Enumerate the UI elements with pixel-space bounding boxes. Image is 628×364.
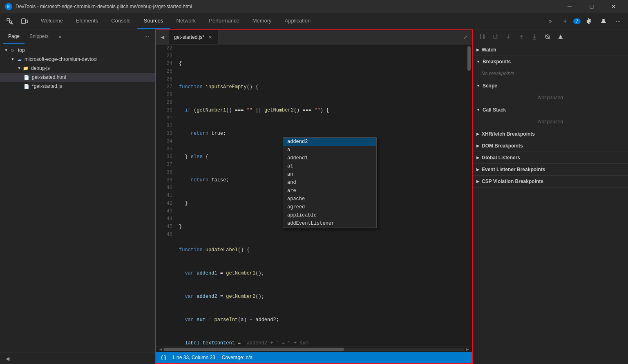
settings-icon[interactable] — [582, 15, 595, 28]
csp-violation-breakpoints-header[interactable]: ▶ CSP Violation Breakpoints — [473, 176, 628, 187]
resume-button[interactable] — [476, 31, 488, 42]
autocomplete-item-addend1[interactable]: addend1 — [283, 154, 376, 162]
cloud-folder-icon: ☁ — [16, 56, 23, 63]
horizontal-scrollbar[interactable]: ◀ ▶ — [156, 346, 472, 352]
sidebar-more-tabs-button[interactable]: » — [55, 32, 65, 42]
close-button[interactable]: ✕ — [604, 0, 623, 13]
dom-expand-arrow: ▶ — [476, 144, 479, 148]
more-tabs-button[interactable]: » — [544, 15, 557, 28]
global-listeners-expand-arrow: ▶ — [476, 156, 479, 160]
sidebar-menu-dots[interactable]: ⋯ — [142, 32, 152, 42]
autocomplete-item-an[interactable]: an — [283, 170, 376, 179]
file-icon-js: 📄 — [23, 83, 30, 90]
status-bar: { } Line 33, Column 23 Coverage: n/a — [156, 352, 472, 363]
scrollbar-track[interactable] — [163, 348, 465, 351]
tab-welcome[interactable]: Welcome — [34, 13, 69, 29]
scope-body: Not paused — [473, 92, 628, 104]
tab-memory[interactable]: Memory — [246, 13, 278, 29]
code-line-25: return true; — [179, 130, 463, 138]
notification-badge: 7 — [573, 18, 581, 24]
minimize-button[interactable]: ─ — [560, 0, 579, 13]
scrollbar-thumb[interactable] — [163, 348, 344, 351]
autocomplete-item-applicable[interactable]: applicable — [283, 211, 376, 219]
autocomplete-item-at[interactable]: at — [283, 162, 376, 170]
autocomplete-item-addeventlistener[interactable]: addEventListener — [283, 219, 376, 228]
scroll-right-arrow[interactable]: ▶ — [465, 346, 470, 352]
pause-on-exceptions-button[interactable] — [555, 31, 566, 42]
code-editor[interactable]: 22 23 24 25 26 27 28 29 30 31 32 33 34 3… — [156, 45, 472, 346]
editor-back-button[interactable]: ◀ — [156, 30, 169, 44]
svg-rect-6 — [480, 34, 481, 39]
tab-console[interactable]: Console — [105, 13, 137, 29]
global-listeners-header[interactable]: ▶ Global Listeners — [473, 152, 628, 163]
autocomplete-item-agreed[interactable]: agreed — [283, 203, 376, 211]
dom-breakpoints-header[interactable]: ▶ DOM Breakpoints — [473, 140, 628, 152]
sidebar-collapse-button[interactable]: ◀ — [3, 355, 11, 363]
autocomplete-item-are[interactable]: are — [283, 187, 376, 195]
breakpoints-label: Breakpoints — [483, 59, 511, 65]
global-listeners-label: Global Listeners — [482, 155, 520, 161]
status-coverage: Coverage: n/a — [222, 355, 253, 360]
code-line-33: var sum = parseInt(a) + addend2; — [179, 316, 463, 324]
main-content: Page Snippets » ⋯ ▼ ▷ top ▼ ☁ microsoft-… — [0, 29, 628, 364]
editor-jump-button[interactable]: ⤢ — [459, 30, 472, 44]
inspect-icon[interactable] — [3, 15, 16, 28]
tab-elements[interactable]: Elements — [69, 13, 105, 29]
editor-tab-close-button[interactable]: ✕ — [207, 34, 213, 40]
tree-item-top[interactable]: ▼ ▷ top — [0, 46, 155, 55]
scroll-left-arrow[interactable]: ◀ — [158, 346, 163, 352]
step-button[interactable] — [529, 31, 540, 42]
breakpoints-body: No breakpoints — [473, 67, 628, 80]
watch-header[interactable]: ▶ Watch — [473, 44, 628, 56]
tab-network[interactable]: Network — [170, 13, 203, 29]
dom-breakpoints-section: ▶ DOM Breakpoints — [473, 140, 628, 152]
tab-application[interactable]: Application — [278, 13, 317, 29]
scope-header[interactable]: ▼ Scope — [473, 80, 628, 92]
breakpoints-section: ▼ Breakpoints No breakpoints — [473, 56, 628, 80]
call-stack-header[interactable]: ▼ Call Stack — [473, 104, 628, 116]
code-line-23: function inputsAreEmpty() { — [179, 83, 463, 91]
file-icon-html: 📄 — [23, 74, 30, 81]
event-listener-breakpoints-header[interactable]: ▶ Event Listener Breakpoints — [473, 164, 628, 175]
editor-tab-js[interactable]: get-started.js* ✕ — [169, 30, 219, 44]
tab-sources[interactable]: Sources — [137, 13, 170, 29]
step-over-button[interactable] — [489, 31, 501, 42]
autocomplete-dropdown[interactable]: addend2 a addend1 at an and are apache a… — [283, 137, 377, 228]
sidebar-tab-page[interactable]: Page — [3, 29, 25, 44]
tree-item-js[interactable]: 📄 *get-started.js — [0, 82, 155, 91]
step-into-button[interactable] — [503, 31, 514, 42]
sidebar-menu-buttons: ⋯ — [142, 32, 152, 42]
breakpoints-header[interactable]: ▼ Breakpoints — [473, 56, 628, 67]
svg-rect-7 — [483, 34, 485, 39]
tree-item-debug-js[interactable]: ▼ 📁 debug-js — [0, 64, 155, 73]
watch-section: ▶ Watch — [473, 44, 628, 56]
tree-item-domain[interactable]: ▼ ☁ microsoft-edge-chromium-devtool — [0, 55, 155, 64]
sidebar-tab-snippets[interactable]: Snippets — [25, 29, 54, 44]
autocomplete-item-addend2[interactable]: addend2 — [283, 138, 376, 146]
scope-expand-arrow: ▼ — [476, 84, 480, 88]
autocomplete-item-a[interactable]: a — [283, 146, 376, 154]
tree-item-html[interactable]: 📄 get-started.html — [0, 73, 155, 82]
overflow-menu-icon[interactable]: ⋯ — [612, 15, 625, 28]
nav-icons-left — [0, 13, 34, 29]
event-listener-expand-arrow: ▶ — [476, 167, 479, 172]
vscroll-thumb[interactable] — [467, 46, 471, 71]
folder-icon-debug: 📁 — [22, 65, 29, 72]
add-tab-button[interactable]: + — [559, 15, 572, 28]
account-icon[interactable] — [597, 15, 610, 28]
window-title: DevTools - microsoft-edge-chromium-devto… — [16, 4, 560, 9]
file-tree: ▼ ▷ top ▼ ☁ microsoft-edge-chromium-devt… — [0, 44, 155, 353]
autocomplete-item-apache[interactable]: apache — [283, 195, 376, 203]
sources-sidebar: Page Snippets » ⋯ ▼ ▷ top ▼ ☁ microsoft-… — [0, 29, 155, 364]
deactivate-breakpoints-button[interactable] — [542, 31, 553, 42]
tab-performance[interactable]: Performance — [202, 13, 246, 29]
expand-arrow-debug: ▼ — [16, 65, 22, 71]
code-line-34: label.textContent = addend2 + " = " + su… — [179, 339, 463, 346]
maximize-button[interactable]: □ — [582, 0, 601, 13]
vertical-scrollbar[interactable] — [466, 45, 472, 346]
xhr-breakpoints-header[interactable]: ▶ XHR/fetch Breakpoints — [473, 128, 628, 140]
step-out-button[interactable] — [516, 31, 527, 42]
autocomplete-item-and[interactable]: and — [283, 179, 376, 187]
device-toggle-icon[interactable] — [18, 15, 31, 28]
sidebar-bottom-bar: ◀ — [0, 353, 155, 364]
